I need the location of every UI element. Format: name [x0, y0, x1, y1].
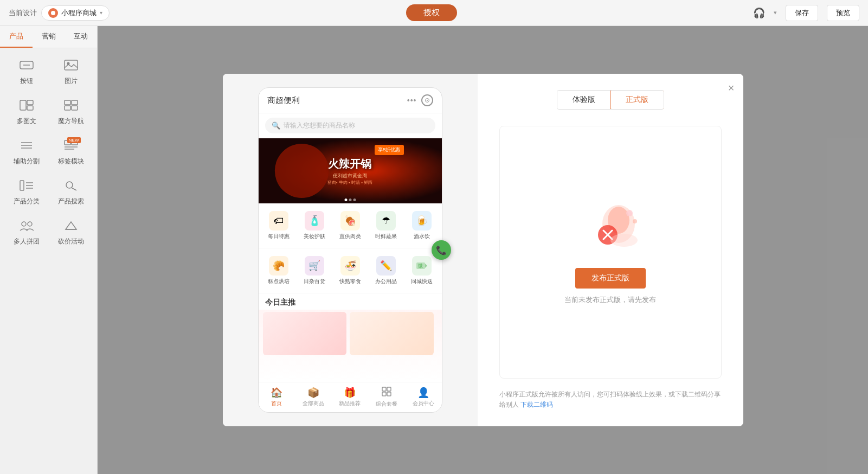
nav-home[interactable]: 🏠 首页 — [259, 382, 295, 412]
nav-member[interactable]: 👤 会员中心 — [405, 382, 442, 412]
svg-rect-7 — [27, 106, 33, 110]
new-badge: NEW — [67, 137, 81, 143]
sidebar-item-price-cut[interactable]: 砍价活动 — [49, 213, 93, 253]
cat-delivery[interactable]: 微 同城快送 — [404, 253, 440, 289]
sidebar-item-label-tag-module: 标签模块 — [58, 157, 84, 166]
nav-new-products[interactable]: 🎁 新品推荐 — [332, 382, 369, 412]
sidebar-item-tag-module[interactable]: NEW 标签模块 — [49, 133, 93, 172]
cat-snacks[interactable]: 🍜 快熟零食 — [332, 253, 368, 289]
cat-bakery[interactable]: 🥐 糕点烘培 — [261, 253, 297, 289]
phone-float-call-button[interactable]: 📞 — [432, 240, 451, 260]
call-icon: 📞 — [436, 245, 447, 255]
nav-combo[interactable]: 组合套餐 — [368, 382, 405, 412]
phone-search-area: 🔍 请输入您想要的商品名称 — [259, 113, 442, 138]
nav-home-label: 首页 — [271, 400, 282, 407]
publish-button[interactable]: 发布正式版 — [575, 268, 646, 289]
cat-daily-goods[interactable]: 🛒 日杂百货 — [297, 253, 332, 289]
cat-fresh[interactable]: ☂ 时鲜蔬果 — [368, 208, 404, 244]
preview-button[interactable]: 预览 — [827, 5, 859, 21]
nav-all-products[interactable]: 📦 全部商品 — [295, 382, 332, 412]
cat-office[interactable]: ✏️ 办公用品 — [368, 253, 404, 289]
discount-badge: 享5折优惠 — [378, 147, 400, 152]
sidebar-tabs: 产品 营销 互动 — [0, 26, 97, 48]
sidebar-item-button[interactable]: 按钮 — [4, 53, 48, 92]
version-tab-official[interactable]: 正式版 — [610, 90, 664, 110]
svg-point-25 — [22, 222, 26, 226]
close-button[interactable]: × — [728, 82, 735, 93]
cat-drinks[interactable]: 🍺 酒水饮 — [404, 208, 440, 244]
svg-rect-39 — [387, 392, 391, 396]
aux-split-icon — [19, 139, 34, 155]
banner-dot-2 — [349, 198, 351, 201]
nav-home-icon: 🏠 — [271, 387, 282, 399]
svg-text:微: 微 — [418, 263, 423, 268]
banner-sub-text: 便利超市黄金周 — [327, 172, 373, 180]
sidebar-item-product-cat[interactable]: 产品分类 — [4, 173, 48, 213]
sidebar-item-label-multi-text: 多图文 — [17, 117, 36, 126]
support-icon[interactable]: 🎧 — [753, 7, 765, 19]
svg-rect-8 — [65, 100, 70, 105]
header: 当前设计 小程序商城 ▾ 授权 🎧 ▾ 保存 预览 — [0, 0, 868, 26]
sidebar-item-multi-text[interactable]: 多图文 — [4, 93, 48, 132]
banner-dot-3 — [353, 198, 356, 201]
svg-point-29 — [427, 100, 428, 101]
sidebar-tab-interactive[interactable]: 互动 — [65, 26, 97, 48]
main-content: 商超便利 ••• 🔍 请输 — [98, 26, 868, 474]
sidebar-item-label-price-cut: 砍价活动 — [58, 237, 84, 246]
cat-daily-deals[interactable]: 🏷 每日特惠 — [261, 208, 297, 244]
current-design-label: 当前设计 — [9, 8, 37, 18]
support-dropdown-icon: ▾ — [774, 9, 777, 16]
product-search-icon — [63, 180, 79, 195]
svg-rect-38 — [382, 392, 386, 396]
phone-search-bar[interactable]: 🔍 请输入您想要的商品名称 — [265, 118, 435, 133]
cat-icon-daily-goods: 🛒 — [305, 256, 324, 276]
group-buy-icon — [19, 220, 34, 235]
button-icon — [19, 59, 34, 74]
sidebar-item-group-buy[interactable]: 多人拼团 — [4, 213, 48, 253]
product-cat-icon — [19, 180, 34, 195]
bottom-description: 小程序正式版允许被所有人访问，您可扫码体验线上效果，或下载二维码分享给别人 下载… — [499, 389, 722, 410]
save-button[interactable]: 保存 — [786, 5, 818, 21]
cat-beauty[interactable]: 🧴 美妆护肤 — [297, 208, 332, 244]
cat-icon-drinks: 🍺 — [412, 211, 432, 230]
cat-label-daily-goods: 日杂百货 — [304, 278, 325, 285]
sidebar-item-label-product-search: 产品搜索 — [58, 197, 84, 206]
phone-target-icon — [421, 94, 433, 106]
svg-rect-10 — [65, 106, 70, 110]
svg-rect-37 — [387, 387, 391, 391]
app-icon — [48, 8, 58, 18]
search-icon-small: 🔍 — [272, 121, 280, 130]
svg-point-45 — [626, 210, 633, 216]
phone-header: 商超便利 ••• — [259, 88, 442, 113]
sidebar-tab-product[interactable]: 产品 — [0, 26, 33, 48]
cat-meat[interactable]: 🍖 直供肉类 — [332, 208, 368, 244]
svg-rect-11 — [72, 106, 78, 110]
chevron-down-icon: ▾ — [100, 10, 102, 16]
sidebar-tab-marketing[interactable]: 营销 — [33, 26, 65, 48]
sidebar-item-label-group-buy: 多人拼团 — [14, 237, 40, 246]
auth-button[interactable]: 授权 — [406, 4, 457, 21]
app-badge[interactable]: 小程序商城 ▾ — [41, 5, 110, 21]
svg-rect-9 — [72, 100, 78, 105]
svg-rect-36 — [382, 387, 386, 391]
sidebar-item-product-search[interactable]: 产品搜索 — [49, 173, 93, 213]
product-card-1 — [263, 312, 347, 355]
sidebar-item-image[interactable]: 图片 — [49, 53, 93, 92]
phone-frame: 商超便利 ••• 🔍 请输 — [258, 87, 442, 413]
cat-label-meat: 直供肉类 — [339, 233, 361, 240]
cat-label-bakery: 糕点烘培 — [268, 278, 290, 285]
cat-label-daily: 每日特惠 — [268, 233, 290, 240]
banner-main-text: 火辣开锅 — [327, 157, 373, 171]
cat-icon-snacks: 🍜 — [340, 256, 360, 276]
svg-line-24 — [72, 188, 76, 191]
download-qr-link[interactable]: 下载二维码 — [520, 401, 553, 408]
sidebar-item-magic-nav[interactable]: 魔方导航 — [49, 93, 93, 132]
svg-point-23 — [66, 182, 73, 188]
cat-icon-office: ✏️ — [376, 256, 396, 276]
nav-new-icon: 🎁 — [344, 387, 356, 399]
version-tab-trial[interactable]: 体验版 — [557, 91, 610, 109]
svg-rect-3 — [65, 60, 78, 70]
sidebar-item-aux-split[interactable]: 辅助分割 — [4, 133, 48, 172]
modal: 商超便利 ••• 🔍 请输 — [223, 74, 743, 426]
modal-overlay: 商超便利 ••• 🔍 请输 — [98, 26, 868, 474]
